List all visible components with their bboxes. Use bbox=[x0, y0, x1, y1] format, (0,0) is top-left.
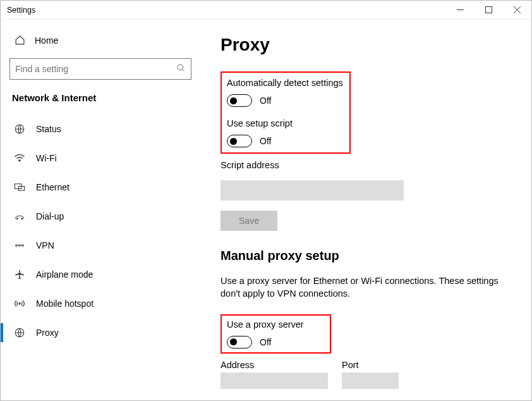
nav-label: Wi-Fi bbox=[36, 153, 57, 163]
nav-proxy[interactable]: Proxy bbox=[9, 318, 198, 347]
svg-point-7 bbox=[19, 160, 20, 161]
port-input bbox=[342, 373, 399, 389]
proxy-icon bbox=[13, 327, 26, 338]
svg-point-17 bbox=[19, 303, 20, 304]
vpn-icon bbox=[13, 241, 26, 250]
nav-label: Airplane mode bbox=[36, 269, 93, 280]
highlight-box-manual: Use a proxy server Off bbox=[221, 314, 331, 354]
script-address-label: Script address bbox=[221, 160, 514, 170]
nav-vpn[interactable]: VPN bbox=[9, 231, 198, 260]
use-proxy-toggle[interactable] bbox=[227, 336, 252, 349]
auto-detect-state: Off bbox=[260, 96, 271, 106]
nav-wifi[interactable]: Wi-Fi bbox=[9, 144, 198, 173]
section-title: Network & Internet bbox=[9, 92, 198, 103]
wifi-icon bbox=[13, 154, 26, 163]
highlight-box-auto: Automatically detect settings Off Use se… bbox=[221, 71, 351, 154]
nav-label: Dial-up bbox=[36, 211, 64, 221]
setup-script-state: Off bbox=[260, 136, 271, 146]
svg-point-14 bbox=[22, 245, 24, 247]
setup-script-toggle[interactable] bbox=[227, 135, 252, 147]
nav-airplane[interactable]: Airplane mode bbox=[9, 260, 198, 289]
svg-rect-1 bbox=[486, 7, 492, 13]
window-title: Settings bbox=[7, 6, 35, 15]
address-label: Address bbox=[221, 360, 328, 370]
svg-point-10 bbox=[16, 218, 18, 219]
nav-ethernet[interactable]: Ethernet bbox=[9, 173, 198, 202]
setup-script-label: Use setup script bbox=[227, 118, 343, 128]
status-icon bbox=[13, 123, 26, 135]
dialup-icon bbox=[13, 212, 26, 221]
save-button: Save bbox=[221, 211, 277, 231]
nav-label: VPN bbox=[36, 240, 54, 250]
svg-line-5 bbox=[182, 69, 184, 71]
auto-detect-toggle[interactable] bbox=[227, 94, 252, 107]
nav-hotspot[interactable]: Mobile hotspot bbox=[9, 289, 198, 318]
maximize-button[interactable] bbox=[475, 1, 503, 20]
nav-list: Status Wi-Fi Ethernet Dial-up bbox=[9, 114, 198, 347]
home-label: Home bbox=[35, 35, 58, 46]
nav-dialup[interactable]: Dial-up bbox=[9, 202, 198, 231]
home-nav[interactable]: Home bbox=[9, 31, 198, 49]
use-proxy-label: Use a proxy server bbox=[227, 319, 325, 330]
ethernet-icon bbox=[13, 183, 26, 192]
svg-point-13 bbox=[19, 245, 21, 247]
search-input[interactable] bbox=[15, 64, 176, 74]
main-panel: Proxy Automatically detect settings Off … bbox=[207, 20, 531, 400]
search-box[interactable] bbox=[9, 58, 191, 80]
sidebar: Home Network & Internet Status Wi-Fi bbox=[1, 20, 207, 400]
home-icon bbox=[13, 35, 26, 46]
svg-point-11 bbox=[21, 218, 23, 219]
svg-point-4 bbox=[178, 65, 183, 70]
nav-status[interactable]: Status bbox=[9, 114, 198, 144]
nav-label: Mobile hotspot bbox=[36, 299, 94, 309]
auto-detect-label: Automatically detect settings bbox=[227, 78, 343, 88]
manual-setup-description: Use a proxy server for Ethernet or Wi-Fi… bbox=[221, 275, 511, 300]
titlebar: Settings bbox=[1, 1, 531, 20]
airplane-icon bbox=[13, 269, 26, 280]
nav-label: Ethernet bbox=[36, 182, 70, 192]
svg-point-12 bbox=[16, 245, 18, 247]
hotspot-icon bbox=[13, 299, 26, 309]
minimize-button[interactable] bbox=[446, 1, 475, 20]
nav-label: Proxy bbox=[36, 328, 59, 338]
close-button[interactable] bbox=[503, 1, 531, 20]
port-label: Port bbox=[342, 360, 399, 370]
nav-label: Status bbox=[36, 124, 61, 134]
script-address-input bbox=[221, 180, 404, 200]
use-proxy-state: Off bbox=[260, 337, 271, 347]
page-title: Proxy bbox=[221, 35, 514, 55]
address-input bbox=[221, 373, 328, 389]
manual-setup-heading: Manual proxy setup bbox=[221, 249, 514, 263]
search-icon bbox=[176, 63, 186, 75]
